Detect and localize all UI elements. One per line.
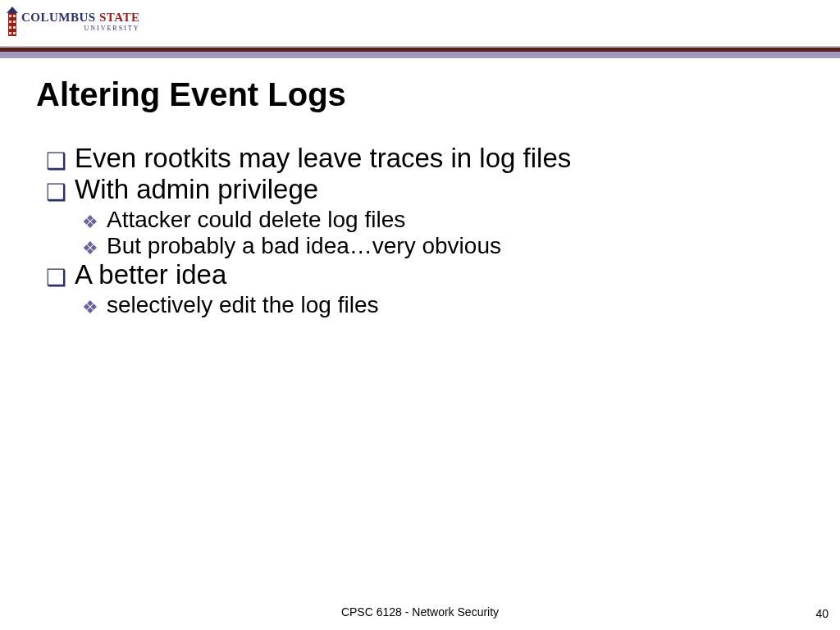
bullet-level1: ❑ With admin privilege <box>46 174 840 205</box>
bullet-text: Even rootkits may leave traces in log fi… <box>75 143 571 174</box>
logo-tower-icon <box>7 7 18 36</box>
bullet-text: But probably a bad idea…very obvious <box>107 233 501 259</box>
diamond-bullet-icon: ❖ <box>82 213 98 231</box>
logo-text: COLUMBUS STATE UNIVERSITY <box>21 11 139 32</box>
logo-word-2: STATE <box>99 11 139 24</box>
bullet-level2: ❖ But probably a bad idea…very obvious <box>82 233 840 259</box>
slide-header: COLUMBUS STATE UNIVERSITY <box>0 0 840 46</box>
bullet-text: Attacker could delete log files <box>107 207 405 233</box>
square-bullet-icon: ❑ <box>46 267 66 290</box>
diamond-bullet-icon: ❖ <box>82 240 98 258</box>
footer-course-label: CPSC 6128 - Network Security <box>0 605 840 619</box>
bullet-level1: ❑ A better idea <box>46 259 840 290</box>
bullet-text: selectively edit the log files <box>107 292 379 318</box>
bullet-level2: ❖ Attacker could delete log files <box>82 207 840 233</box>
footer-page-number: 40 <box>815 607 829 620</box>
bullet-text: With admin privilege <box>75 174 318 205</box>
diamond-bullet-icon: ❖ <box>82 299 98 317</box>
bullet-level1: ❑ Even rootkits may leave traces in log … <box>46 143 840 174</box>
slide-title: Altering Event Logs <box>36 76 840 113</box>
square-bullet-icon: ❑ <box>46 181 66 204</box>
slide-content: ❑ Even rootkits may leave traces in log … <box>0 143 840 318</box>
square-bullet-icon: ❑ <box>46 150 66 173</box>
bullet-text: A better idea <box>75 259 226 290</box>
slide: COLUMBUS STATE UNIVERSITY Altering Event… <box>0 0 840 630</box>
header-rules <box>0 46 840 58</box>
bullet-level2: ❖ selectively edit the log files <box>82 292 840 318</box>
logo-word-1: COLUMBUS <box>21 11 99 24</box>
logo-subtext: UNIVERSITY <box>21 25 139 32</box>
university-logo: COLUMBUS STATE UNIVERSITY <box>7 3 139 39</box>
